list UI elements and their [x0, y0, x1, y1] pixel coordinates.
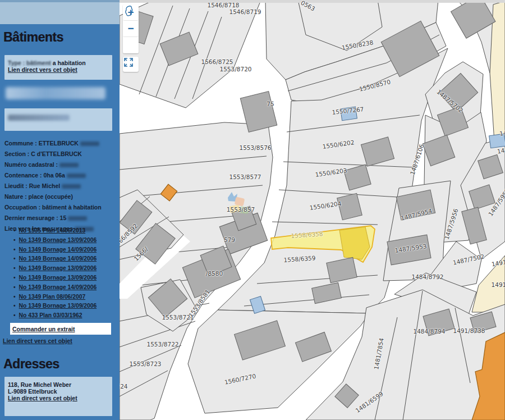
address-line1: 118, Rue Michel Weber	[8, 381, 109, 388]
zoom-out-button[interactable]: −	[123, 21, 139, 37]
sidebar-top-band	[0, 0, 120, 24]
blue-building-2	[489, 134, 505, 148]
parcel-field: Dernier mesurage : 15	[4, 213, 117, 223]
info-sidebar: Bâtiments Type : bâtiment a habitation L…	[0, 0, 120, 420]
map-area[interactable]: 1546/87181546/87190563751550/82381550/85…	[120, 0, 505, 420]
redacted-value	[67, 174, 86, 178]
address-line2: L-9089 Ettelbruck	[8, 388, 109, 395]
address-box: 118, Rue Michel Weber L-9089 Ettelbruck …	[4, 377, 112, 416]
address-direct-link[interactable]: Lien direct vers cet objet	[8, 395, 77, 401]
selected-building[interactable]	[339, 227, 370, 259]
measurement-link[interactable]: No 1349 Bornage 13/09/2006	[19, 303, 97, 309]
measurement-link[interactable]: No 1349 Bornage 14/09/2006	[19, 246, 97, 253]
sidebar-panel: Bâtiments Type : bâtiment a habitation L…	[0, 24, 120, 420]
redacted-value	[80, 141, 99, 146]
cadastral-map[interactable]	[120, 0, 505, 420]
parcel-field: Nature : place (occupée)	[4, 191, 117, 202]
measurement-link[interactable]: No 1349 Bornage 13/09/2006	[19, 275, 97, 281]
measurement-link-item: No 1349 Bornage 13/09/2006	[13, 303, 117, 312]
measurement-link-item: No 1349 Bornage 14/09/2006	[13, 284, 117, 294]
building-type-line: Type : bâtiment a habitation	[8, 60, 109, 66]
batiments-title: Bâtiments	[3, 30, 63, 45]
redacted-parcel-heading	[6, 87, 105, 99]
measurement-link[interactable]: No 1349 Bornage 13/09/2006	[19, 237, 97, 243]
measurement-link[interactable]: No 433 Plan 03/03/1962	[19, 312, 82, 318]
measurement-link-item: No 1349 Bornage 13/09/2006	[13, 237, 117, 246]
measurement-link[interactable]: No 1349 Bornage 14/09/2006	[19, 255, 97, 262]
redacted-type-prefix: Type : bâtiment	[8, 60, 51, 66]
redacted-value	[62, 184, 81, 189]
parcel-field: Numéro cadastral :	[4, 159, 117, 170]
redacted-parcel-line	[8, 115, 70, 121]
measurement-links-list: No 1535 Plan 14/06/2013No 1349 Bornage 1…	[13, 227, 117, 322]
redacted-value	[59, 163, 79, 167]
building-type-box: Type : bâtiment a habitation Lien direct…	[4, 55, 112, 80]
redacted-parcel-box	[4, 108, 112, 131]
parcel-field: Section : C d'ETTELBRUCK	[4, 149, 117, 159]
parcel-attributes: Commune : ETTELBRUCKSection : C d'ETTELB…	[4, 138, 117, 234]
measurement-link-item: No 1349 Bornage 14/09/2006	[13, 246, 117, 256]
blue-building-1	[341, 107, 357, 121]
measurement-link-item: No 1349 Plan 08/06/2007	[13, 294, 117, 303]
cadastral-viewer: Bâtiments Type : bâtiment a habitation L…	[0, 0, 505, 420]
parcel-field: Lieudit : Rue Michel	[4, 181, 117, 191]
measurement-link-item: No 1349 Bornage 13/09/2006	[13, 275, 117, 284]
luxembourg-outline-icon	[123, 4, 135, 17]
parcel-field: Commune : ETTELBRUCK	[4, 138, 117, 149]
map-top-edge	[120, 0, 505, 3]
measurement-link[interactable]: No 1535 Plan 14/06/2013	[19, 227, 86, 234]
parcel-direct-link[interactable]: Lien direct vers cet objet	[3, 337, 72, 344]
expand-arrows-icon	[123, 57, 134, 68]
measurement-link-item: No 1349 Bornage 14/09/2006	[13, 255, 117, 265]
adresses-title: Adresses	[3, 357, 59, 372]
measurement-link[interactable]: No 1349 Bornage 14/09/2006	[19, 284, 97, 290]
luxembourg-extent-button[interactable]	[123, 37, 139, 53]
building-direct-link[interactable]: Lien direct vers cet objet	[8, 66, 77, 73]
fullscreen-button[interactable]	[123, 57, 139, 72]
measurement-link[interactable]: No 1349 Plan 08/06/2007	[19, 294, 86, 300]
measurement-link-item: No 1349 Bornage 13/09/2006	[13, 265, 117, 275]
order-extract-button[interactable]: Commander un extrait	[10, 323, 111, 335]
measurement-link-item: No 433 Plan 03/03/1962	[13, 312, 117, 322]
measurement-link[interactable]: No 1349 Bornage 13/09/2006	[19, 265, 97, 271]
parcel-field: Occupation : bâtiment à habitation	[4, 202, 117, 213]
measurement-link-item: No 1535 Plan 14/06/2013	[13, 227, 117, 237]
parcel-field: Contenance : 0ha 06a	[4, 170, 117, 181]
redacted-value	[68, 216, 87, 221]
map-zoom-controls: + −	[123, 4, 139, 53]
